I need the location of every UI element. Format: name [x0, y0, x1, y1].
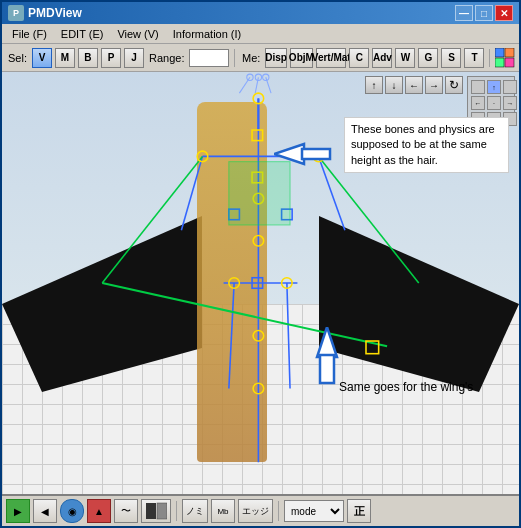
- bottom-btn-triangle[interactable]: ▲: [87, 499, 111, 523]
- svg-line-10: [287, 283, 290, 389]
- nav-arrow-down[interactable]: ↓: [385, 76, 403, 94]
- close-button[interactable]: ✕: [495, 5, 513, 21]
- nav-arrow-right[interactable]: →: [425, 76, 443, 94]
- color-grid-icon[interactable]: [495, 47, 515, 69]
- svg-line-9: [229, 283, 234, 389]
- viewport[interactable]: ↑ ↓ ← → ↻ ↑ ← · → ↓: [2, 72, 519, 494]
- toolbar-btn-objm[interactable]: ObjM: [290, 48, 313, 68]
- sep2: [489, 49, 490, 67]
- main-area: ↑ ↓ ← → ↻ ↑ ← · → ↓: [2, 72, 519, 526]
- bottom-btn-circle[interactable]: ◉: [60, 499, 84, 523]
- nav-cell-tr[interactable]: [503, 80, 517, 94]
- bottom-btn-table[interactable]: 正: [347, 499, 371, 523]
- window-title: PMDView: [28, 6, 82, 20]
- toolbar-btn-m[interactable]: M: [55, 48, 75, 68]
- svg-line-7: [181, 156, 202, 230]
- bottom-btn-prev[interactable]: ◀: [33, 499, 57, 523]
- app-icon: P: [8, 5, 24, 21]
- toolbar-btn-p[interactable]: P: [101, 48, 121, 68]
- svg-rect-2: [495, 58, 504, 67]
- annotation-top-text: These bones and physics are supposed to …: [344, 117, 509, 173]
- bottom-toolbar: ▶ ◀ ◉ ▲ 〜 ノミ Mb エッジ mode bones physics: [2, 494, 519, 526]
- svg-rect-38: [302, 149, 330, 159]
- svg-rect-1: [505, 48, 514, 57]
- svg-marker-39: [317, 327, 337, 357]
- menu-edit[interactable]: EDIT (E): [55, 26, 110, 42]
- bottom-btn-wave[interactable]: 〜: [114, 499, 138, 523]
- range-input[interactable]: [189, 49, 229, 67]
- minimize-button[interactable]: —: [455, 5, 473, 21]
- menu-view[interactable]: View (V): [111, 26, 164, 42]
- toolbar-btn-b[interactable]: B: [78, 48, 98, 68]
- bottom-sep2: [278, 501, 279, 521]
- range-label: Range:: [147, 52, 186, 64]
- mode-me-label: Me:: [240, 52, 262, 64]
- svg-point-34: [247, 74, 253, 80]
- toolbar-btn-vertmat[interactable]: Vert/Mat: [316, 48, 347, 68]
- svg-rect-24: [252, 130, 263, 141]
- nav-cell-ml[interactable]: ←: [471, 96, 485, 110]
- sep1: [234, 49, 235, 67]
- annotation-bottom-text: Same goes for the wing's: [339, 380, 504, 394]
- menu-file[interactable]: File (F): [6, 26, 53, 42]
- toolbar-btn-g[interactable]: G: [418, 48, 438, 68]
- bottom-btn-edge[interactable]: エッジ: [238, 499, 273, 523]
- nav-cell-tl[interactable]: [471, 80, 485, 94]
- svg-rect-0: [495, 48, 504, 57]
- maximize-button[interactable]: □: [475, 5, 493, 21]
- bottom-btn-nomi[interactable]: ノミ: [182, 499, 208, 523]
- svg-rect-3: [505, 58, 514, 67]
- toolbar: Sel: V M B P J Range: Me: Disp ObjM Vert…: [2, 44, 519, 72]
- toolbar-btn-t[interactable]: T: [464, 48, 484, 68]
- nav-cell-mm[interactable]: ·: [487, 96, 501, 110]
- menu-bar: File (F) EDIT (E) View (V) Information (…: [2, 24, 519, 44]
- bottom-btn-box[interactable]: [141, 499, 171, 523]
- arrow-top: [274, 134, 334, 176]
- toolbar-btn-c[interactable]: C: [349, 48, 369, 68]
- bottom-sep1: [176, 501, 177, 521]
- bottom-btn-mb[interactable]: Mb: [211, 499, 235, 523]
- main-window: P PMDView — □ ✕ File (F) EDIT (E) View (…: [0, 0, 521, 528]
- svg-rect-42: [157, 503, 167, 519]
- svg-line-11: [102, 156, 202, 283]
- nav-cell-mr[interactable]: →: [503, 96, 517, 110]
- nav-rotate[interactable]: ↻: [445, 76, 463, 94]
- svg-rect-41: [146, 503, 156, 519]
- toolbar-btn-w[interactable]: W: [395, 48, 415, 68]
- toolbar-btn-s[interactable]: S: [441, 48, 461, 68]
- toolbar-btn-adv[interactable]: Adv: [372, 48, 392, 68]
- svg-marker-37: [274, 144, 304, 164]
- nav-arrow-left[interactable]: ←: [405, 76, 423, 94]
- svg-rect-40: [320, 355, 334, 383]
- mode-select[interactable]: mode bones physics: [284, 500, 344, 522]
- bottom-btn-play[interactable]: ▶: [6, 499, 30, 523]
- nav-arrow-up[interactable]: ↑: [365, 76, 383, 94]
- title-buttons: — □ ✕: [455, 5, 513, 21]
- nav-arrows: ↑ ↓ ← → ↻: [365, 76, 463, 94]
- sel-label: Sel:: [6, 52, 29, 64]
- menu-info[interactable]: Information (I): [167, 26, 247, 42]
- toolbar-btn-v[interactable]: V: [32, 48, 52, 68]
- toolbar-btn-disp[interactable]: Disp: [265, 48, 286, 68]
- title-bar-left: P PMDView: [8, 5, 82, 21]
- title-bar: P PMDView — □ ✕: [2, 2, 519, 24]
- toolbar-btn-j[interactable]: J: [124, 48, 144, 68]
- nav-cell-tm[interactable]: ↑: [487, 80, 501, 94]
